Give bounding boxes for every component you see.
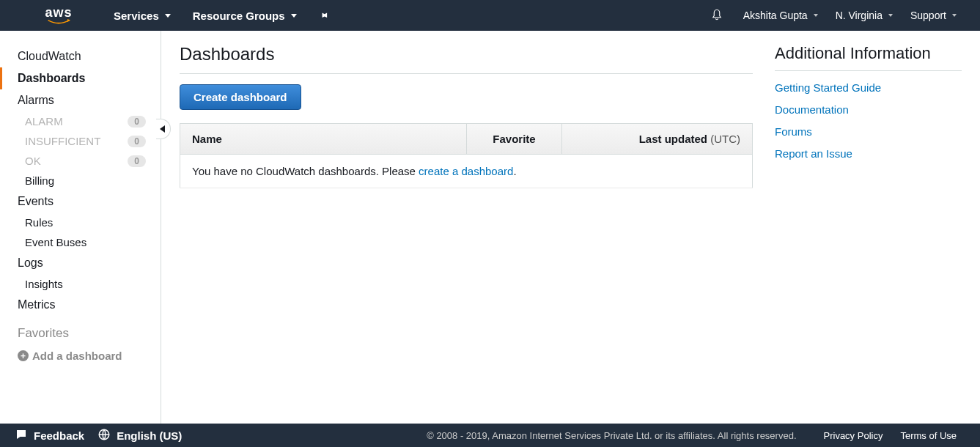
globe-icon <box>97 428 111 443</box>
support-label: Support <box>910 10 946 21</box>
region-label: N. Virginia <box>836 10 883 21</box>
footer-copyright: © 2008 - 2019, Amazon Internet Services … <box>427 430 814 441</box>
favorites-heading: Favorites <box>0 316 161 345</box>
create-dashboard-button[interactable]: Create dashboard <box>180 84 301 110</box>
caret-down-icon <box>952 14 957 17</box>
content-main: Dashboards Create dashboard Name Favorit… <box>180 44 753 424</box>
info-panel: Additional Information Getting Started G… <box>775 44 962 424</box>
page-title: Dashboards <box>180 44 753 74</box>
sidebar-cloudwatch[interactable]: CloudWatch <box>0 45 161 67</box>
updated-utc: (UTC) <box>707 133 740 145</box>
sidebar-dashboards[interactable]: Dashboards <box>0 67 161 89</box>
sidebar-metrics[interactable]: Metrics <box>0 294 161 316</box>
alarm-state-count: 0 <box>128 116 146 128</box>
column-favorite[interactable]: Favorite <box>467 124 562 155</box>
updated-label: Last updated <box>639 133 707 145</box>
ok-count: 0 <box>128 155 146 167</box>
insufficient-count: 0 <box>128 136 146 147</box>
insufficient-label: INSUFFICIENT <box>25 135 100 147</box>
terms-link[interactable]: Terms of Use <box>891 430 965 441</box>
info-title: Additional Information <box>775 44 962 71</box>
add-dashboard-button[interactable]: + Add a dashboard <box>0 345 161 366</box>
sidebar-rules[interactable]: Rules <box>0 213 161 232</box>
chat-icon <box>15 428 28 443</box>
empty-suffix: . <box>513 165 516 177</box>
sidebar-event-buses[interactable]: Event Buses <box>0 232 161 252</box>
create-dashboard-link[interactable]: create a dashboard <box>419 165 513 177</box>
support-menu[interactable]: Support <box>902 10 965 21</box>
empty-prefix: You have no CloudWatch dashboards. Pleas… <box>192 165 419 177</box>
feedback-button[interactable]: Feedback <box>15 428 84 443</box>
services-menu[interactable]: Services <box>103 0 182 31</box>
sidebar-alarms[interactable]: Alarms <box>0 89 161 111</box>
sidebar-insights[interactable]: Insights <box>0 274 161 294</box>
caret-down-icon <box>291 14 297 18</box>
insights-label: Insights <box>25 278 63 290</box>
aws-logo[interactable]: aws <box>44 6 73 25</box>
sidebar-ok[interactable]: OK 0 <box>0 151 161 171</box>
aws-swoosh-icon <box>44 19 73 25</box>
top-nav: aws Services Resource Groups Akshita Gup… <box>0 0 980 31</box>
sidebar-insufficient[interactable]: INSUFFICIENT 0 <box>0 131 161 151</box>
link-documentation[interactable]: Documentation <box>775 103 962 116</box>
sidebar-logs[interactable]: Logs <box>0 252 161 274</box>
sidebar-billing[interactable]: Billing <box>0 171 161 191</box>
sidebar-alarm-state[interactable]: ALARM 0 <box>0 111 161 131</box>
user-menu[interactable]: Akshita Gupta <box>734 10 827 21</box>
add-dashboard-label: Add a dashboard <box>32 350 122 362</box>
column-last-updated[interactable]: Last updated (UTC) <box>562 124 753 155</box>
services-label: Services <box>114 10 159 22</box>
caret-down-icon <box>165 14 171 18</box>
dashboards-table: Name Favorite Last updated (UTC) You hav… <box>180 123 753 188</box>
ok-label: OK <box>25 155 41 167</box>
privacy-link[interactable]: Privacy Policy <box>815 430 892 441</box>
feedback-label: Feedback <box>34 429 84 442</box>
event-buses-label: Event Buses <box>25 236 86 248</box>
caret-down-icon <box>888 14 893 17</box>
link-forums[interactable]: Forums <box>775 125 962 138</box>
language-selector[interactable]: English (US) <box>97 428 182 443</box>
resource-groups-label: Resource Groups <box>193 10 285 22</box>
billing-label: Billing <box>25 174 54 187</box>
rules-label: Rules <box>25 216 53 229</box>
alarm-state-label: ALARM <box>25 115 63 128</box>
region-menu[interactable]: N. Virginia <box>827 10 902 21</box>
plus-circle-icon: + <box>18 350 29 361</box>
notifications-icon[interactable] <box>699 8 734 23</box>
user-label: Akshita Gupta <box>743 10 808 21</box>
link-getting-started[interactable]: Getting Started Guide <box>775 81 962 94</box>
sidebar: CloudWatch Dashboards Alarms ALARM 0 INS… <box>0 31 161 424</box>
column-name[interactable]: Name <box>180 124 467 155</box>
link-report-issue[interactable]: Report an Issue <box>775 147 962 160</box>
aws-logo-text: aws <box>45 6 72 19</box>
empty-message: You have no CloudWatch dashboards. Pleas… <box>180 155 753 188</box>
language-label: English (US) <box>117 429 182 442</box>
footer: Feedback English (US) © 2008 - 2019, Ama… <box>0 424 980 447</box>
resource-groups-menu[interactable]: Resource Groups <box>182 0 308 31</box>
caret-down-icon <box>814 14 818 17</box>
sidebar-events[interactable]: Events <box>0 191 161 213</box>
pin-icon[interactable] <box>308 10 340 22</box>
